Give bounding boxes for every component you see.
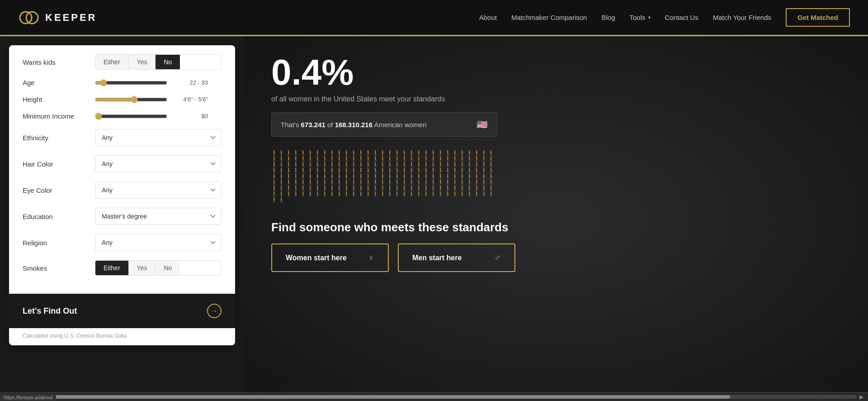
person-icon: 🚶 [271, 174, 278, 179]
person-icon: 🚶 [430, 150, 437, 155]
person-icon: 🚶 [293, 186, 299, 191]
women-start-label: Women start here [286, 254, 347, 262]
hair-color-select[interactable]: Any [95, 155, 222, 172]
person-icon: 🚶 [307, 168, 314, 173]
person-icon: 🚶 [329, 168, 335, 173]
person-icon: 🚶 [387, 180, 393, 185]
income-slider[interactable] [95, 113, 167, 120]
person-icon: 🚶 [430, 191, 437, 196]
person-icon: 🚶 [430, 156, 437, 161]
person-icon: 🚶 [459, 191, 466, 196]
chevron-down-icon: ▾ [648, 15, 651, 20]
women-start-button[interactable]: Women start here ♀ [271, 243, 389, 272]
person-icon: 🚶 [438, 150, 444, 155]
person-icon: 🚶 [315, 191, 321, 196]
person-icon: 🚶 [300, 162, 307, 167]
person-icon: 🚶 [380, 174, 386, 179]
education-select[interactable]: Any High school Some college Bachelor's … [95, 208, 222, 225]
person-icon: 🚶 [380, 162, 386, 167]
person-icon: 🚶 [394, 168, 401, 173]
ethnicity-select[interactable]: Any [95, 129, 222, 146]
person-icon: 🚶 [416, 191, 422, 196]
filter-body: Wants kids Either Yes No Age 22 - 33 [9, 45, 235, 294]
person-icon: 🚶 [358, 180, 364, 185]
wants-kids-either[interactable]: Either [95, 55, 129, 69]
person-icon: 🚶 [459, 162, 466, 167]
filter-card: Wants kids Either Yes No Age 22 - 33 [9, 45, 235, 345]
person-icon: 🚶 [481, 150, 487, 155]
person-icon: 🚶 [467, 150, 473, 155]
person-icon: 🚶 [459, 156, 466, 161]
person-icon: 🚶 [416, 162, 422, 167]
person-icon: 🚶 [488, 174, 495, 179]
nav-match-friends[interactable]: Match Your Friends [713, 14, 771, 21]
height-control: 4'6" - 5'6" [95, 96, 222, 103]
person-icon: 🚶 [474, 174, 480, 179]
person-icon: 🚶 [459, 168, 466, 173]
nav-tools[interactable]: Tools ▾ [630, 14, 651, 21]
nav-matchmaker[interactable]: Matchmaker Comparison [511, 14, 587, 21]
scroll-right-icon[interactable]: ▶ [859, 394, 863, 400]
person-icon: 🚶 [423, 186, 429, 191]
person-icon: 🚶 [387, 156, 393, 161]
person-icon: 🚶 [336, 150, 343, 155]
age-min-slider[interactable] [95, 79, 167, 86]
get-matched-button[interactable]: Get Matched [786, 8, 850, 27]
filter-row-religion: Religion Any [23, 234, 222, 251]
person-icon: 🚶 [300, 186, 307, 191]
find-section-title: Find someone who meets these standards [271, 220, 841, 234]
person-icon: 🚶 [293, 174, 299, 179]
person-icon: 🚶 [358, 186, 364, 191]
person-icon: 🚶 [401, 150, 408, 155]
nav-blog[interactable]: Blog [601, 14, 615, 21]
height-slider[interactable] [95, 96, 167, 103]
person-icon: 🚶 [315, 174, 321, 179]
person-icon: 🚶 [373, 186, 379, 191]
find-out-arrow-icon: → [207, 304, 222, 318]
person-icon: 🚶 [365, 150, 372, 155]
person-icon: 🚶 [336, 162, 343, 167]
smokes-either[interactable]: Either [95, 261, 129, 275]
person-icon: 🚶 [322, 180, 328, 185]
person-icon: 🚶 [300, 156, 307, 161]
person-icon: 🚶 [300, 191, 307, 196]
main-content: Wants kids Either Yes No Age 22 - 33 [0, 36, 868, 401]
person-icon: 🚶 [329, 191, 335, 196]
nav-about[interactable]: About [479, 14, 497, 21]
education-control: Any High school Some college Bachelor's … [95, 208, 222, 225]
wants-kids-no[interactable]: No [156, 55, 180, 69]
wants-kids-yes[interactable]: Yes [129, 55, 156, 69]
hair-color-label: Hair Color [23, 160, 95, 168]
eye-color-select[interactable]: Any [95, 181, 222, 199]
stats-box: That's 673.241 of 168.310.216 American w… [271, 112, 497, 137]
people-grid: 🚶🚶🚶🚶🚶🚶🚶🚶🚶🚶🚶🚶🚶🚶🚶🚶🚶🚶🚶🚶🚶🚶🚶🚶🚶🚶🚶🚶🚶🚶🚶🚶🚶🚶🚶🚶🚶🚶🚶🚶… [271, 150, 497, 202]
religion-control: Any [95, 234, 222, 251]
men-start-button[interactable]: Men start here ♂ [398, 243, 515, 272]
person-icon: 🚶 [452, 168, 458, 173]
person-icon: 🚶 [467, 174, 473, 179]
income-value: $0 [172, 113, 208, 119]
find-out-button[interactable]: Let's Find Out → [9, 294, 235, 328]
person-icon: 🚶 [307, 150, 314, 155]
smokes-yes[interactable]: Yes [129, 261, 156, 275]
person-icon: 🚶 [271, 156, 278, 161]
person-icon: 🚶 [380, 156, 386, 161]
percentage-subtitle: of all women in the United States meet y… [271, 95, 841, 103]
religion-select[interactable]: Any [95, 234, 222, 251]
logo[interactable]: KEEPER [18, 7, 97, 29]
person-icon: 🚶 [459, 180, 466, 185]
person-icon: 🚶 [409, 156, 415, 161]
nav-contact[interactable]: Contact Us [665, 14, 698, 21]
person-icon: 🚶 [416, 186, 422, 191]
person-icon: 🚶 [445, 168, 451, 173]
person-icon: 🚶 [488, 150, 495, 155]
person-icon: 🚶 [481, 180, 487, 185]
person-icon: 🚶 [481, 162, 487, 167]
person-icon: 🚶 [401, 180, 408, 185]
smokes-no[interactable]: No [156, 261, 180, 275]
person-icon: 🚶 [344, 180, 350, 185]
person-icon: 🚶 [488, 191, 495, 196]
person-icon: 🚶 [315, 168, 321, 173]
person-icon: 🚶 [351, 191, 357, 196]
age-label: Age [23, 79, 95, 86]
